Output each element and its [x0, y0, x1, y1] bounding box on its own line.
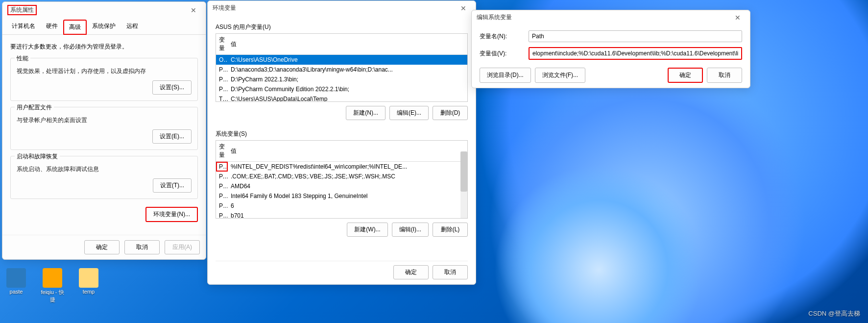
env-variables-window: 环境变量 ✕ ASUS 的用户变量(U) 变量 值 OneDriveC:\Use… — [207, 0, 476, 285]
group-title: 用户配置文件 — [15, 103, 54, 112]
col-val[interactable]: 值 — [228, 141, 467, 162]
admin-message: 要进行大多数更改，你必须作为管理员登录。 — [10, 43, 198, 51]
sys-vars-table[interactable]: 变量 值 Path%INTEL_DEV_REDIST%redist\intel6… — [216, 140, 468, 219]
cancel-button[interactable]: 取消 — [124, 240, 160, 254]
var-value: %INTEL_DEV_REDIST%redist\intel64_win\com… — [228, 162, 467, 172]
icon-label: feiqiu - 快捷 — [40, 289, 65, 303]
new-button[interactable]: 新建(N)... — [346, 106, 386, 120]
settings-button[interactable]: 设置(T)... — [153, 178, 192, 193]
var-name: PROCESSOR_ARCHITECT... — [216, 181, 228, 191]
var-value: .COM;.EXE;.BAT;.CMD;.VBS;.VBE;.JS;.JSE;.… — [228, 172, 467, 181]
cancel-button[interactable]: 取消 — [433, 265, 468, 279]
table-row[interactable]: PATHEXT.COM;.EXE;.BAT;.CMD;.VBS;.VBE;.JS… — [216, 172, 467, 181]
var-name: OneDrive — [216, 55, 228, 65]
var-value: AMD64 — [228, 181, 467, 191]
group-startup: 启动和故障恢复 系统启动、系统故障和调试信息 设置(T)... — [10, 156, 198, 199]
settings-button[interactable]: 设置(E)... — [152, 129, 192, 144]
group-title: 启动和故障恢复 — [15, 152, 60, 161]
table-row[interactable]: OneDriveC:\Users\ASUS\OneDrive — [216, 55, 467, 65]
table-row[interactable]: PROCESSOR_LEVEL6 — [216, 201, 467, 211]
edit-button[interactable]: 编辑(I)... — [392, 223, 429, 237]
group-desc: 与登录帐户相关的桌面设置 — [17, 116, 192, 124]
col-var[interactable]: 变量 — [216, 34, 228, 55]
tabs: 计算机名 硬件 高级 系统保护 远程 — [2, 19, 206, 35]
close-icon[interactable]: ✕ — [186, 6, 201, 14]
table-row[interactable]: PROCESSOR_IDENTIFIERIntel64 Family 6 Mod… — [216, 191, 467, 201]
var-value: D:\anaconda3;D:\anaconda3\Library\mingw-… — [228, 65, 467, 75]
delete-button[interactable]: 删除(D) — [433, 106, 468, 120]
desktop-icons: paste feiqiu - 快捷 temp — [0, 268, 101, 303]
group-user-profile: 用户配置文件 与登录帐户相关的桌面设置 设置(E)... — [10, 107, 198, 150]
close-icon[interactable]: ✕ — [730, 14, 745, 22]
table-row[interactable]: PathD:\anaconda3;D:\anaconda3\Library\mi… — [216, 65, 467, 75]
table-row[interactable]: PROCESSOR_REVISIONb701 — [216, 211, 467, 219]
titlebar: 系统属性 ✕ — [2, 2, 206, 18]
tab-remote[interactable]: 远程 — [121, 19, 144, 34]
settings-button[interactable]: 设置(S)... — [152, 80, 192, 95]
var-value-label: 变量值(V): — [480, 50, 523, 58]
window-title: 编辑系统变量 — [477, 13, 512, 22]
browse-dir-button[interactable]: 浏览目录(D)... — [480, 68, 531, 83]
group-performance: 性能 视觉效果，处理器计划，内存使用，以及虚拟内存 设置(S)... — [10, 58, 198, 101]
table-row[interactable]: PyCharm Community Editi...D:\PyCharm Com… — [216, 84, 467, 94]
tab-system-protection[interactable]: 系统保护 — [87, 19, 121, 34]
cancel-button[interactable]: 取消 — [707, 68, 742, 83]
var-name: PROCESSOR_IDENTIFIER — [216, 191, 228, 201]
var-value: D:\PyCharm Community Edition 2022.2.1\bi… — [228, 84, 467, 94]
edit-button[interactable]: 编辑(E)... — [389, 106, 429, 120]
folder-icon — [79, 268, 98, 288]
var-name: PROCESSOR_REVISION — [216, 211, 228, 219]
table-row[interactable]: PROCESSOR_ARCHITECT...AMD64 — [216, 181, 467, 191]
var-name: PyCharm Community Editi... — [216, 84, 228, 94]
apply-button[interactable]: 应用(A) — [165, 240, 200, 254]
env-variables-button[interactable]: 环境变量(N)... — [145, 207, 198, 222]
var-name-input[interactable] — [529, 30, 742, 42]
var-name: PROCESSOR_LEVEL — [216, 201, 228, 211]
table-row[interactable]: Path%INTEL_DEV_REDIST%redist\intel64_win… — [216, 162, 467, 172]
system-properties-window: 系统属性 ✕ 计算机名 硬件 高级 系统保护 远程 要进行大多数更改，你必须作为… — [2, 1, 206, 260]
window-title: 系统属性 — [7, 5, 37, 15]
icon-label: paste — [4, 289, 28, 295]
group-desc: 系统启动、系统故障和调试信息 — [17, 165, 192, 174]
desktop-icon[interactable]: paste — [4, 268, 28, 303]
desktop-icon[interactable]: temp — [76, 268, 101, 303]
var-name-label: 变量名(N): — [480, 32, 523, 41]
var-value: C:\Users\ASUS\OneDrive — [228, 55, 467, 65]
ok-button[interactable]: 确定 — [393, 265, 429, 279]
watermark: CSDN @登高去梯 — [808, 309, 860, 318]
table-row[interactable]: TEMPC:\Users\ASUS\AppData\Local\Temp — [216, 94, 467, 102]
col-var[interactable]: 变量 — [216, 141, 228, 162]
var-value: C:\Users\ASUS\AppData\Local\Temp — [228, 94, 467, 102]
window-title: 环境变量 — [213, 4, 236, 12]
tab-computer-name[interactable]: 计算机名 — [6, 19, 41, 34]
var-value: 6 — [228, 201, 467, 211]
scrollbar[interactable] — [460, 151, 467, 218]
sys-vars-label: 系统变量(S) — [216, 130, 468, 138]
titlebar: 编辑系统变量 ✕ — [472, 10, 750, 25]
desktop-icon[interactable]: feiqiu - 快捷 — [40, 268, 65, 303]
app-icon — [6, 268, 26, 288]
var-name: PyCharm — [216, 75, 228, 84]
var-value: D:\PyCharm 2022.1.3\bin; — [228, 75, 467, 84]
ok-button[interactable]: 确定 — [668, 68, 703, 83]
user-vars-table[interactable]: 变量 值 OneDriveC:\Users\ASUS\OneDrivePathD… — [216, 33, 468, 102]
tab-hardware[interactable]: 硬件 — [41, 19, 63, 34]
var-value: b701 — [228, 211, 467, 219]
ok-button[interactable]: 确定 — [84, 240, 120, 254]
group-title: 性能 — [15, 54, 30, 63]
edit-system-variable-window: 编辑系统变量 ✕ 变量名(N): 变量值(V): 浏览目录(D)... 浏览文件… — [471, 10, 750, 88]
titlebar: 环境变量 ✕ — [208, 1, 476, 15]
browse-file-button[interactable]: 浏览文件(F)... — [535, 68, 585, 83]
var-name: Path — [216, 162, 228, 172]
icon-label: temp — [76, 289, 101, 295]
var-name: PATHEXT — [216, 172, 228, 181]
col-val[interactable]: 值 — [228, 34, 467, 55]
var-value-input[interactable] — [529, 47, 742, 60]
close-icon[interactable]: ✕ — [456, 4, 471, 12]
var-name: Path — [216, 65, 228, 75]
table-row[interactable]: PyCharmD:\PyCharm 2022.1.3\bin; — [216, 75, 467, 84]
new-button[interactable]: 新建(W)... — [347, 223, 387, 237]
var-value: Intel64 Family 6 Model 183 Stepping 1, G… — [228, 191, 467, 201]
tab-advanced[interactable]: 高级 — [63, 20, 87, 35]
delete-button[interactable]: 删除(L) — [433, 223, 468, 237]
